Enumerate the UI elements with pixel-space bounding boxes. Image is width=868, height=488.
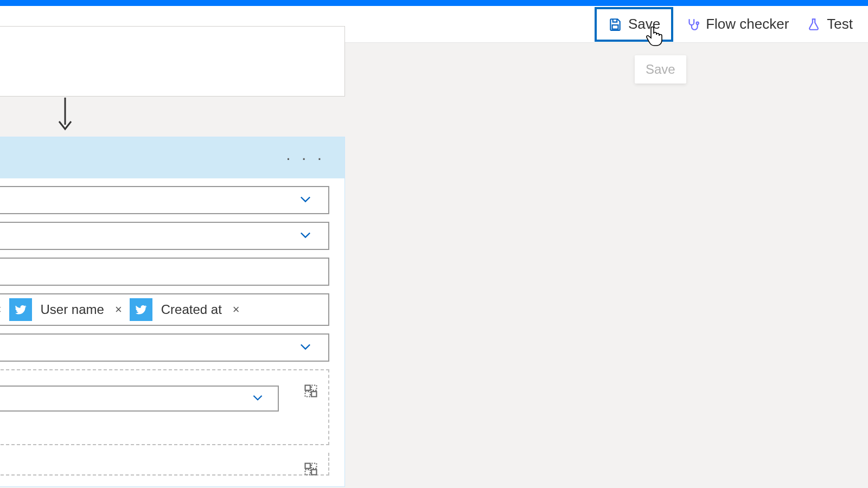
svg-rect-7 [305, 464, 310, 468]
svg-rect-4 [311, 386, 316, 390]
action-fields-group: .) × xt × User name × [0, 178, 344, 486]
test-button-label: Test [827, 16, 853, 33]
svg-rect-10 [311, 470, 316, 474]
action-step-header[interactable]: · · · [0, 137, 344, 178]
svg-rect-9 [305, 470, 310, 474]
token-input-field-1[interactable]: .) × [0, 258, 329, 286]
remove-token-icon[interactable]: × [231, 303, 242, 317]
twitter-icon [130, 298, 152, 321]
test-button[interactable]: Test [797, 7, 861, 42]
more-options-icon[interactable]: · · · [286, 149, 325, 167]
chevron-down-icon [298, 191, 313, 209]
save-icon [608, 17, 623, 32]
attachment-dropdown[interactable] [0, 386, 279, 412]
dynamic-content-icon[interactable] [303, 461, 321, 479]
chevron-down-icon [298, 339, 313, 356]
svg-rect-0 [612, 25, 618, 29]
attachment-subsection-2 [0, 453, 329, 476]
twitter-icon [9, 298, 32, 321]
svg-rect-3 [305, 386, 310, 390]
action-step-card: · · · .) × xt [0, 137, 345, 487]
chevron-down-icon [251, 390, 265, 407]
svg-rect-5 [305, 391, 310, 396]
flow-arrow-icon [57, 98, 73, 131]
top-accent-strip [0, 0, 868, 6]
dynamic-token-tweet-text[interactable]: xt × [0, 298, 4, 321]
dynamic-token-created-at[interactable]: Created at × [130, 298, 242, 321]
token-input-field-2[interactable]: xt × User name × Created at × [0, 293, 329, 326]
attachment-subsection-1 [0, 369, 329, 445]
stethoscope-icon [685, 17, 700, 32]
chevron-down-icon [298, 227, 313, 245]
dynamic-token-user-name[interactable]: User name × [9, 298, 124, 321]
token-label: Created at [158, 302, 225, 317]
remove-token-icon[interactable]: × [0, 303, 4, 317]
dynamic-content-icon[interactable] [303, 383, 321, 401]
save-button-label: Save [628, 16, 660, 33]
command-bar-right-group: Save Flow checker [595, 6, 861, 42]
svg-rect-8 [311, 464, 316, 468]
dropdown-field-2[interactable] [0, 222, 329, 250]
dropdown-field-3[interactable] [0, 333, 329, 362]
svg-rect-6 [311, 391, 316, 396]
trigger-step-card[interactable] [0, 26, 345, 97]
dropdown-field-1[interactable] [0, 186, 329, 214]
remove-token-icon[interactable]: × [113, 303, 124, 317]
svg-point-1 [697, 22, 699, 24]
save-tooltip: Save [635, 55, 686, 84]
flow-checker-button[interactable]: Flow checker [676, 7, 797, 42]
flow-checker-label: Flow checker [706, 16, 789, 33]
save-button[interactable]: Save [595, 7, 673, 42]
flask-icon [806, 17, 821, 32]
token-label: User name [37, 302, 107, 317]
